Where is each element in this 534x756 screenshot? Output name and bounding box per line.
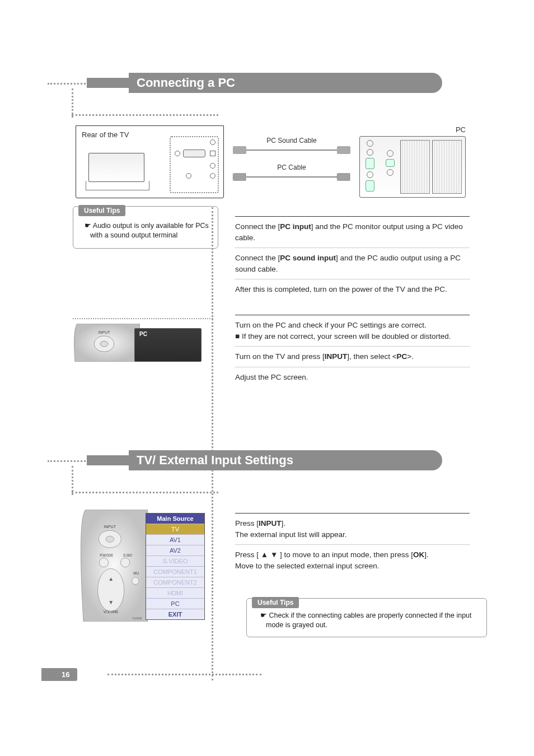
instruction-step: Press [ ▲ ▼ ] to move to an input mode, …	[235, 549, 470, 561]
instruction-note: ■ If they are not correct, your screen w…	[235, 331, 470, 342]
instruction-block: Press [INPUT]. The external input list w…	[235, 510, 470, 571]
useful-tips-box: Useful Tips ☛ Audio output is only avail…	[73, 206, 218, 249]
audio-jack-icon	[367, 140, 373, 147]
instruction-step: Press [INPUT].	[235, 518, 470, 529]
remote-menu-figure: INPUT P.MODE S.MO MU ▲ ▼ VOLUME GUIDE Ma…	[73, 510, 207, 622]
cable-illustration: PC Sound Cable PC Cable	[233, 139, 350, 189]
cable-label: PC Sound Cable	[233, 137, 350, 144]
instruction-note: The external input list will appear.	[235, 529, 470, 540]
instruction-step: Adjust the PC screen.	[235, 372, 470, 383]
menu-item: AV2	[146, 545, 204, 556]
svg-point-0	[94, 336, 114, 352]
port-panel-callout	[170, 136, 219, 193]
pc-rear-panel: PC	[359, 125, 466, 198]
tv-back-illustration	[88, 153, 144, 182]
menu-item: AV1	[146, 534, 204, 545]
menu-item: TV	[146, 524, 204, 534]
manual-page: Connecting a PC Rear of the TV	[0, 0, 534, 756]
instruction-step: Turn on the TV and press [INPUT], then s…	[235, 351, 470, 362]
menu-item: S-VIDEO	[146, 556, 204, 566]
svg-point-10	[132, 577, 139, 585]
svg-point-4	[106, 536, 114, 542]
audio-jack-icon	[210, 139, 216, 145]
menu-title: Main Source	[146, 514, 204, 524]
section-heading: Connecting a PC	[87, 73, 442, 93]
instruction-step: Connect the [PC sound input] and the PC …	[235, 253, 470, 274]
section-title: Connecting a PC	[129, 73, 442, 93]
jack-plug-icon	[233, 146, 246, 154]
dotted-divider-vertical	[72, 88, 73, 118]
vga-port-icon	[366, 180, 374, 192]
instruction-step: After this is completed, turn on the pow…	[235, 284, 470, 295]
up-down-icon: ▲ ▼	[261, 550, 278, 559]
vga-plug-icon	[337, 173, 350, 181]
section-title: TV/ External Input Settings	[129, 450, 442, 470]
connection-diagram: Rear of the TV PC Sound Cable	[76, 125, 466, 198]
vga-port-icon	[183, 150, 205, 157]
port-icon	[387, 150, 394, 157]
port-icon	[210, 151, 216, 156]
tv-screen-illustration: PC	[134, 328, 202, 362]
remote-figure: INPUT PC	[73, 318, 204, 379]
jack-plug-icon	[337, 146, 350, 154]
menu-item: EXIT	[146, 609, 204, 619]
cable-label: PC Cable	[233, 164, 350, 171]
audio-jack-icon	[175, 151, 180, 156]
menu-item: COMPONENT2	[146, 577, 204, 587]
instruction-block: Turn on the PC and check if your PC sett…	[235, 311, 470, 382]
svg-text:P.MODE: P.MODE	[100, 553, 113, 557]
section-heading: TV/ External Input Settings	[87, 450, 442, 470]
dotted-divider-horizontal	[72, 114, 218, 116]
vga-plug-icon	[233, 173, 246, 181]
instruction-block: Connect the [PC input] and the PC monito…	[235, 213, 470, 295]
svg-text:▲: ▲	[108, 576, 114, 582]
dotted-divider-horizontal	[72, 492, 218, 493]
page-number: 16	[41, 668, 77, 681]
pc-back-illustration	[359, 136, 466, 198]
svg-point-1	[100, 341, 108, 347]
vga-port-icon	[366, 158, 374, 169]
remote-illustration: INPUT	[73, 324, 140, 362]
tip-text: ☛ Check if the connecting cables are pro…	[260, 611, 479, 630]
svg-text:S.MO: S.MO	[123, 553, 132, 557]
scart-port-icon	[400, 140, 430, 194]
svg-text:GUIDE: GUIDE	[132, 617, 142, 620]
pc-sound-cable: PC Sound Cable	[233, 144, 350, 157]
scart-port-icon	[432, 140, 462, 194]
svg-text:MU: MU	[133, 571, 139, 575]
port-icon	[367, 171, 373, 178]
port-icon	[387, 169, 394, 176]
input-button-label: INPUT	[99, 330, 111, 334]
tip-text: ☛ Audio output is only available for PCs…	[85, 221, 211, 240]
port-icon	[386, 159, 395, 167]
menu-item: PC	[146, 598, 204, 609]
useful-tips-label: Useful Tips	[78, 205, 125, 216]
svg-point-8	[120, 558, 129, 567]
remote-illustration: INPUT P.MODE S.MO MU ▲ ▼ VOLUME GUIDE	[73, 510, 151, 622]
menu-item: HDMI	[146, 587, 204, 598]
dotted-divider-vertical	[212, 207, 213, 680]
instruction-step: Connect the [PC input] and the PC monito…	[235, 221, 470, 243]
useful-tips-box: Useful Tips ☛ Check if the connecting ca…	[246, 598, 487, 637]
screen-mode-tag: PC	[139, 331, 147, 337]
svg-text:INPUT: INPUT	[104, 524, 116, 529]
port-icon	[186, 173, 191, 179]
useful-tips-label: Useful Tips	[252, 597, 299, 608]
pc-video-cable: PC Cable	[233, 171, 350, 184]
instruction-note: Move to the selected external input scre…	[235, 561, 470, 572]
menu-item: COMPONENT1	[146, 566, 204, 577]
audio-jack-icon	[367, 149, 373, 156]
svg-text:VOLUME: VOLUME	[104, 610, 119, 614]
dotted-divider-vertical	[72, 466, 73, 495]
svg-point-7	[99, 558, 108, 567]
main-source-menu: Main Source TVAV1AV2S-VIDEOCOMPONENT1COM…	[146, 513, 205, 620]
instruction-step: Turn on the PC and check if your PC sett…	[235, 320, 470, 331]
pc-label: PC	[359, 125, 466, 134]
port-icon	[210, 173, 216, 179]
svg-text:▼: ▼	[108, 599, 114, 605]
tv-rear-panel: Rear of the TV	[76, 125, 224, 198]
audio-jack-icon	[210, 163, 216, 169]
